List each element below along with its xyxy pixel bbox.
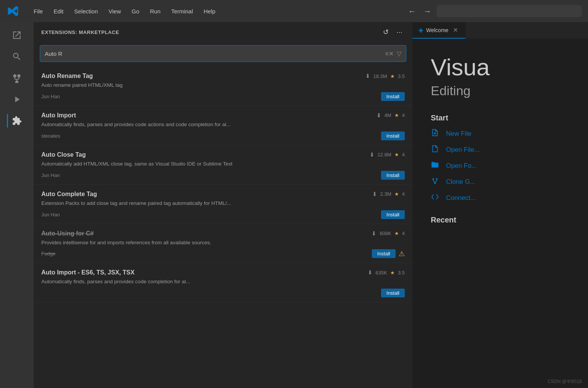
ext-description: Extension Packs to add close tag and ren…: [41, 200, 405, 207]
vscode-logo: [6, 4, 20, 18]
activity-explorer[interactable]: [7, 25, 27, 45]
menu-terminal[interactable]: Terminal: [167, 6, 198, 16]
titlebar-search-box[interactable]: [437, 5, 582, 17]
welcome-subtitle: Editing: [431, 83, 570, 98]
open-folder-icon: [431, 161, 441, 171]
download-icon: ⬇: [371, 230, 376, 237]
install-button[interactable]: Install: [381, 131, 405, 140]
svg-point-1: [436, 178, 438, 180]
download-count: 18.3M: [373, 73, 387, 79]
extension-item[interactable]: Auto Close Tag⬇12.8M★4Automatically add …: [34, 145, 412, 185]
rating-value: 4: [402, 152, 405, 157]
ext-meta: ⬇4M★4: [376, 112, 405, 119]
open-file-action[interactable]: Open File...: [431, 144, 570, 155]
ext-author: Jun Han: [41, 212, 60, 218]
search-container: ≡✕ ▽: [34, 42, 412, 67]
download-count: 608K: [380, 231, 391, 236]
more-actions-button[interactable]: ···: [394, 27, 405, 37]
ext-author: Jun Han: [41, 94, 60, 99]
titlebar-nav: ← →: [406, 5, 582, 17]
install-row: Install: [381, 210, 405, 219]
rating-value: 3.5: [398, 270, 405, 276]
warning-icon: ⚠: [399, 250, 405, 258]
welcome-tab[interactable]: ◈ Welcome ✕: [412, 22, 466, 39]
menu-help[interactable]: Help: [199, 6, 220, 16]
svg-line-5: [433, 181, 435, 182]
ext-name: Auto Rename Tag: [41, 73, 93, 80]
new-file-action[interactable]: New File: [431, 128, 570, 139]
welcome-tab-close[interactable]: ✕: [451, 26, 459, 34]
open-folder-action[interactable]: Open Fo...: [431, 161, 570, 171]
ext-meta: ⬇608K★4: [371, 230, 405, 237]
clear-search-icon[interactable]: ≡✕: [385, 50, 394, 57]
filter-icon[interactable]: ▽: [397, 50, 401, 57]
refresh-button[interactable]: ↺: [380, 27, 391, 37]
sidebar-actions: ↺ ···: [380, 27, 405, 37]
connect-action[interactable]: Connect...: [431, 193, 570, 203]
svg-point-2: [434, 182, 436, 184]
new-file-icon: [431, 128, 441, 139]
open-folder-label: Open Fo...: [446, 162, 477, 170]
install-row: Install: [381, 92, 405, 101]
install-row: Install: [381, 131, 405, 140]
ext-meta: ⬇18.3M★3.5: [365, 73, 405, 80]
download-icon: ⬇: [368, 269, 373, 276]
extension-item[interactable]: Auto Complete Tag⬇2.3M★4Extension Packs …: [34, 185, 412, 224]
extension-item[interactable]: Auto-Using for C#⬇608K★4Provides intelli…: [34, 224, 412, 263]
search-icons: ≡✕ ▽: [385, 50, 401, 57]
extension-item[interactable]: Auto Rename Tag⬇18.3M★3.5Auto rename pai…: [34, 67, 412, 106]
clone-git-icon: [431, 177, 441, 187]
install-row: Install⚠: [372, 249, 405, 258]
start-section-title: Start: [431, 114, 570, 122]
sidebar-header: EXTENSIONS: MARKETPLACE ↺ ···: [34, 22, 412, 42]
rating-value: 4: [402, 191, 405, 197]
activity-search[interactable]: [7, 47, 27, 67]
install-button[interactable]: Install: [381, 92, 405, 101]
nav-forward-button[interactable]: →: [421, 5, 433, 17]
menu-edit[interactable]: Edit: [49, 6, 68, 16]
extension-list: Auto Rename Tag⬇18.3M★3.5Auto rename pai…: [34, 67, 412, 388]
activity-bar: [0, 22, 34, 388]
star-icon: ★: [394, 191, 399, 197]
menu-view[interactable]: View: [104, 6, 125, 16]
extension-item[interactable]: Auto Import - ES6, TS, JSX, TSX⬇635K★3.5…: [34, 263, 412, 302]
install-button[interactable]: Install: [381, 171, 405, 180]
ext-author: Fudge: [41, 251, 55, 257]
rating-value: 4: [402, 112, 405, 118]
ext-description: Automatically add HTML/XML close tag, sa…: [41, 161, 405, 168]
connect-icon: [431, 193, 441, 203]
new-file-label: New File: [446, 130, 471, 138]
connect-label: Connect...: [446, 194, 476, 202]
install-button[interactable]: Install: [372, 249, 396, 258]
sidebar-title: EXTENSIONS: MARKETPLACE: [41, 29, 119, 35]
activity-extensions[interactable]: [7, 111, 27, 131]
welcome-title: Visua: [431, 54, 570, 80]
nav-back-button[interactable]: ←: [406, 5, 418, 17]
welcome-tab-label: Welcome: [426, 27, 448, 33]
menu-selection[interactable]: Selection: [70, 6, 103, 16]
search-box[interactable]: ≡✕ ▽: [40, 45, 406, 62]
search-input[interactable]: [45, 50, 385, 57]
menu-file[interactable]: File: [29, 6, 47, 16]
install-button[interactable]: Install: [381, 289, 405, 297]
menu-go[interactable]: Go: [127, 6, 144, 16]
activity-run-debug[interactable]: [7, 89, 27, 109]
ext-description: Automatically finds, parses and provides…: [41, 121, 405, 128]
ext-name: Auto Import - ES6, TS, JSX, TSX: [41, 269, 135, 276]
extension-item[interactable]: Auto Import⬇4M★4Automatically finds, par…: [34, 106, 412, 145]
activity-source-control[interactable]: [7, 68, 27, 88]
menu-run[interactable]: Run: [145, 6, 165, 16]
star-icon: ★: [390, 270, 395, 276]
ext-author: steoates: [41, 133, 60, 139]
clone-git-label: Clone G...: [446, 178, 476, 186]
star-icon: ★: [394, 152, 399, 157]
install-button[interactable]: Install: [381, 210, 405, 219]
download-count: 635K: [376, 270, 387, 276]
clone-git-action[interactable]: Clone G...: [431, 177, 570, 187]
download-icon: ⬇: [372, 191, 377, 198]
welcome-content: Visua Editing Start New File Op: [412, 39, 588, 388]
ext-author: Jun Han: [41, 172, 60, 178]
svg-line-6: [435, 181, 437, 182]
download-icon: ⬇: [370, 151, 375, 158]
ext-name: Auto Complete Tag: [41, 191, 97, 198]
